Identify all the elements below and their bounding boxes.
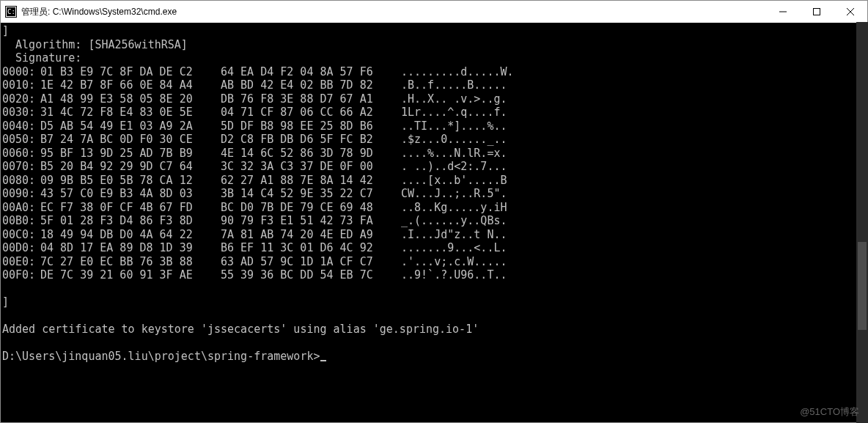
svg-text:C:: C:: [7, 8, 15, 15]
terminal-line: [2, 309, 867, 323]
terminal-output[interactable]: ] Algorithm: [SHA256withRSA] Signature:0…: [1, 23, 867, 422]
maximize-button[interactable]: [800, 1, 834, 23]
terminal-line: Added certificate to keystore 'jssecacer…: [2, 323, 867, 336]
minimize-button[interactable]: [766, 1, 800, 23]
terminal-line: Signature:: [2, 51, 867, 65]
terminal-line: 00D0:04 8D 17 EA 89 D8 1D 39B6 EF 11 3C …: [2, 241, 867, 255]
cmd-window: C: 管理员: C:\Windows\System32\cmd.exe ] Al…: [0, 0, 868, 423]
terminal-line: 0080:09 9B B5 E0 5B 78 CA 1262 27 A1 88 …: [2, 174, 867, 188]
terminal-line: [2, 282, 867, 296]
svg-rect-5: [814, 9, 820, 15]
terminal-line: 0000:01 B3 E9 7C 8F DA DE C264 EA D4 F2 …: [2, 65, 867, 79]
terminal-line: 0010:1E 42 B7 8F 66 0E 84 A4AB BD 42 E4 …: [2, 78, 867, 92]
cursor: [320, 360, 326, 361]
terminal-line: ]: [2, 24, 867, 38]
cmd-icon: C:: [5, 6, 17, 18]
terminal-line: ]: [2, 295, 867, 309]
vertical-scrollbar[interactable]: [856, 22, 868, 423]
scrollbar-thumb[interactable]: [858, 242, 867, 330]
terminal-line: 0040:D5 AB 54 49 E1 03 A9 2A5D DF B8 98 …: [2, 119, 867, 133]
terminal-line: 0050:B7 24 7A BC 0D F0 30 CED2 C8 FB DB …: [2, 133, 867, 147]
scrollbar-track[interactable]: [856, 22, 868, 423]
terminal-line: 0020:A1 48 99 E3 58 05 8E 20DB 76 F8 3E …: [2, 92, 867, 106]
prompt-line: D:\Users\jinquan05.liu\project\spring-fr…: [2, 350, 867, 364]
window-title: 管理员: C:\Windows\System32\cmd.exe: [21, 6, 177, 18]
terminal-line: 0060:95 BF 13 9D 25 AD 7B B94E 14 6C 52 …: [2, 147, 867, 161]
titlebar[interactable]: C: 管理员: C:\Windows\System32\cmd.exe: [1, 1, 867, 23]
terminal-line: 00F0:DE 7C 39 21 60 91 3F AE55 39 36 BC …: [2, 268, 867, 282]
terminal-line: [2, 336, 867, 350]
terminal-line: 00E0:7C 27 E0 EC BB 76 3B 8863 AD 57 9C …: [2, 255, 867, 269]
close-button[interactable]: [834, 1, 867, 23]
terminal-line: 0030:31 4C 72 F8 E4 83 0E 5E04 71 CF 87 …: [2, 106, 867, 119]
window-controls: [766, 1, 867, 23]
terminal-line: Algorithm: [SHA256withRSA]: [2, 38, 867, 52]
terminal-line: 0070:B5 20 B4 92 29 9D C7 643C 32 3A C3 …: [2, 160, 867, 174]
terminal-line: 00A0:EC F7 38 0F CF 4B 67 FDBC D0 7B DE …: [2, 201, 867, 215]
terminal-line: 0090:43 57 C0 E9 B3 4A 8D 033B 14 C4 52 …: [2, 187, 867, 201]
terminal-line: 00B0:5F 01 28 F3 D4 86 F3 8D90 79 F3 E1 …: [2, 214, 867, 228]
watermark: @51CTO博客: [800, 405, 859, 419]
terminal-line: 00C0:18 49 94 DB D0 4A 64 227A 81 AB 74 …: [2, 228, 867, 242]
